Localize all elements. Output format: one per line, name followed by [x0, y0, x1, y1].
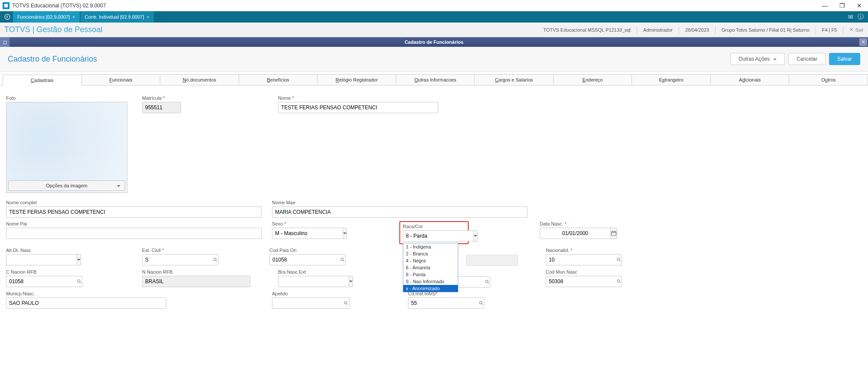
tab-label: Contr. Individual [02.9.0007]	[85, 14, 144, 20]
window-close-button[interactable]: ✕	[853, 2, 865, 9]
tab-contr-individual[interactable]: Contr. Individual [02.9.0007] ×	[81, 11, 154, 23]
user-label: Administrador	[643, 27, 673, 33]
help-icon[interactable]: ⓘ	[858, 13, 864, 21]
module-tabstrip: Funcionários [02.9.0007] × Contr. Indivi…	[0, 11, 868, 23]
tab-funcionarios[interactable]: Funcionários [02.9.0007] ×	[13, 11, 80, 23]
subtab-outros[interactable]: Outros	[789, 74, 868, 85]
subtab-nodocumentos[interactable]: No.documentos	[160, 74, 239, 85]
subtab-relogio[interactable]: Relógio Registrador	[317, 74, 396, 85]
close-icon: ✕	[849, 27, 853, 33]
nav-back-button[interactable]	[2, 11, 13, 23]
window-titlebar: TOTVS Educacional (TOTVS) 02.9.0007 — ❐ …	[0, 0, 868, 11]
window-title: TOTVS Educacional (TOTVS) 02.9.0007	[12, 3, 819, 9]
subtab-cargos[interactable]: Cargos e Salarios	[474, 74, 554, 85]
module-close-button[interactable]: ✕	[859, 38, 867, 46]
module-icon[interactable]: ◻	[0, 37, 10, 47]
module-titlebar: ◻ Cadastro de Funcionários ✕	[0, 37, 868, 47]
subtab-cadastrais[interactable]: Cadastrais	[3, 75, 82, 85]
subtab-outrasinfo[interactable]: Outras Informacoes	[396, 74, 475, 85]
page-title: Cadastro de Funcionários	[8, 55, 727, 64]
tab-close-icon[interactable]: ×	[72, 14, 75, 20]
group-label: Grupo Totvs Saturno / Filial 01 Rj Satur…	[722, 27, 810, 33]
subtab-estrangeiro[interactable]: Estrangeiro	[632, 74, 711, 85]
keys-label: F4 | F5	[822, 27, 837, 33]
mail-icon[interactable]: ✉	[848, 13, 853, 20]
header-bar: TOTVS | Gestão de Pessoal TOTVS Educacio…	[0, 23, 868, 37]
env-label: TOTVS Educacional MSSQL P12133_sql	[543, 27, 631, 33]
exit-label: Sair	[855, 27, 864, 33]
exit-button[interactable]: ✕ Sair	[849, 27, 864, 33]
app-icon	[3, 2, 10, 9]
date-label: 28/04/2023	[685, 27, 709, 33]
page-header: Cadastro de Funcionários Outras Ações Ca…	[0, 47, 868, 72]
subtab-beneficios[interactable]: Benefícios	[239, 74, 318, 85]
window-minimize-button[interactable]: —	[819, 2, 831, 9]
brand-title: TOTVS | Gestão de Pessoal	[4, 25, 543, 34]
cancel-button[interactable]: Cancelar	[788, 53, 826, 65]
module-title-label: Cadastro de Funcionários	[405, 39, 463, 45]
subtab-funcionais[interactable]: Funcionais	[81, 74, 161, 85]
subtab-endereco[interactable]: Endereço	[553, 74, 632, 85]
tab-close-icon[interactable]: ×	[147, 14, 149, 20]
window-maximize-button[interactable]: ❐	[836, 2, 848, 9]
tab-label: Funcionários [02.9.0007]	[17, 14, 70, 20]
svg-point-0	[5, 14, 10, 20]
save-button[interactable]: Salvar	[829, 53, 860, 65]
subtab-adicionais[interactable]: Adicionais	[710, 74, 790, 85]
form-tabs: Cadastrais Funcionais No.documentos Bene…	[0, 74, 868, 85]
other-actions-button[interactable]: Outras Ações	[730, 53, 785, 65]
